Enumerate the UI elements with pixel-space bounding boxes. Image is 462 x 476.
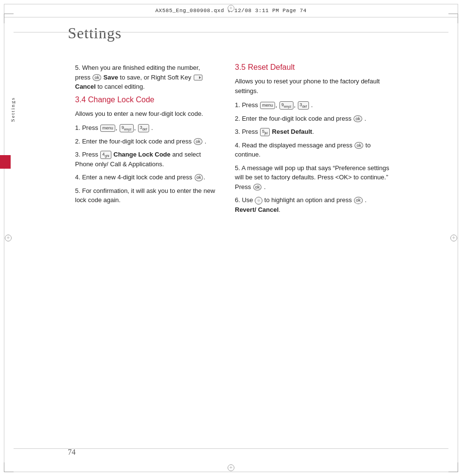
reg-mark-bottom-left — [4, 462, 14, 472]
sidebar-label-container: Settings — [9, 97, 16, 122]
ok-btn-right-2: ok — [354, 115, 362, 123]
top-divider — [14, 32, 448, 32]
section-34-desc: Allows you to enter a new four-digit loc… — [75, 109, 216, 119]
step1-left: 1. Press menu, 9wxyz, 3def . — [75, 123, 216, 133]
right-column: 3.5 Reset Default Allows you to reset yo… — [235, 63, 395, 437]
step3-left: 3. Press 4ghi Change Lock Code and selec… — [75, 150, 216, 169]
3-btn-right-1: 3def — [298, 101, 309, 110]
soft-key-icon — [194, 75, 202, 80]
sidebar-label-text: Settings — [10, 97, 15, 122]
step5-left: 5. For confirmation, it will ask you to … — [75, 186, 216, 205]
3-btn-left-1: 3def — [138, 124, 149, 132]
section-34-heading: 3.4 Change Lock Code — [75, 95, 216, 104]
bottom-divider — [14, 448, 448, 449]
step2-left: 2. Enter the four-digit lock code and pr… — [75, 137, 216, 146]
page-number: 74 — [68, 448, 76, 457]
center-mark-left — [5, 235, 12, 241]
content-area: 5. When you are finished editing the num… — [75, 63, 445, 437]
menu-btn-left-1: menu — [100, 125, 115, 132]
reg-mark-top-left — [4, 14, 14, 23]
9-btn-right-1: 9wxyz — [279, 101, 293, 110]
5-btn-right-3: 5jkl — [260, 128, 270, 136]
reg-mark-bottom-right — [448, 462, 458, 472]
center-mark-bottom — [228, 464, 234, 471]
center-mark-top — [228, 5, 234, 12]
ok-btn-right-4: ok — [354, 142, 363, 149]
step5-right: 5. A message will pop up that says “Pref… — [235, 163, 395, 192]
step2-right: 2. Enter the four-digit lock code and pr… — [235, 114, 395, 124]
step4-right: 4. Read the displayed message and press … — [235, 141, 395, 159]
step4-left: 4. Enter a new 4-digit lock code and pre… — [75, 173, 216, 182]
ok-btn-left-2: ok — [194, 138, 202, 145]
ok-btn-left-4: ok — [195, 174, 203, 181]
4-btn-left-3: 4ghi — [100, 151, 111, 159]
9-btn-left-1: 9wxyz — [120, 124, 134, 132]
step6-right: 6. Use ○ to highlight an option and pres… — [235, 195, 395, 214]
ok-btn-right-6: ok — [354, 197, 363, 204]
section-35-desc: Allows you to reset your phone to the fa… — [235, 77, 395, 95]
nav-icon-right-6: ○ — [255, 197, 262, 205]
step1-right: 1. Press menu, 9wxyz, 3def . — [235, 100, 395, 110]
sidebar-accent-bar — [0, 155, 11, 169]
left-column: 5. When you are finished editing the num… — [75, 63, 216, 437]
menu-btn-right-1: menu — [260, 102, 275, 109]
section-35-heading: 3.5 Reset Default — [235, 63, 395, 72]
ok-button-icon-step5: ok — [92, 74, 101, 81]
ok-btn-right-5: ok — [253, 184, 262, 191]
step3-right: 3. Press 5jkl Reset Default. — [235, 127, 395, 137]
step5-prior: 5. When you are finished editing the num… — [75, 63, 216, 92]
reg-mark-top-right — [448, 14, 458, 23]
center-mark-right — [450, 235, 457, 241]
